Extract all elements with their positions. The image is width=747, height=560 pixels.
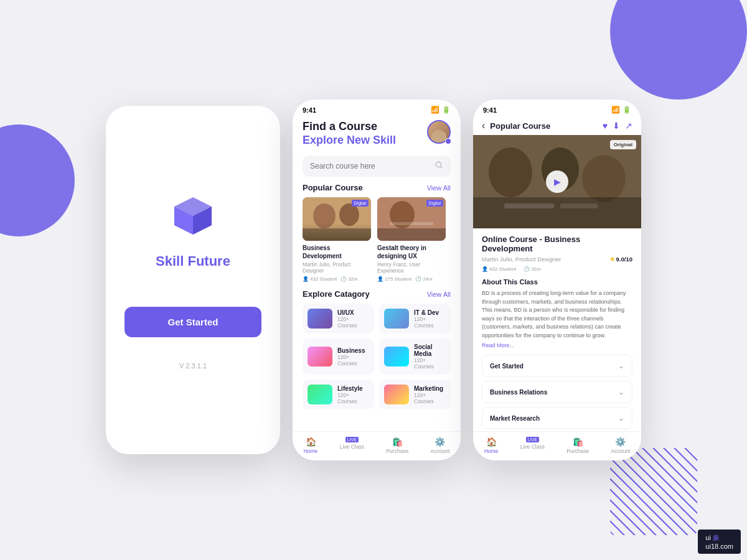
detail-nav-purchase[interactable]: 🛍️ Purchase (566, 437, 589, 454)
cat-count-social: 120+ Courses (414, 357, 446, 370)
home-scroll-area: Popular Course View All Digital (293, 183, 461, 460)
course-author-1: Martin Julio, Product Designer (303, 261, 371, 274)
wifi-icon-detail: 📶 (611, 106, 620, 114)
account-nav-icon: ⚙️ (435, 437, 445, 447)
star-icon: ★ (609, 256, 615, 263)
search-input[interactable] (310, 162, 430, 170)
cat-name-uiux: UI/UX (337, 309, 369, 316)
category-business[interactable]: Business 120+ Courses (303, 338, 374, 375)
svg-point-10 (339, 203, 359, 226)
status-icons-home: 📶 🔋 (431, 106, 451, 114)
chevron-icon-2: ⌄ (618, 388, 624, 396)
course-author-2: Henry Franz, User Experience (377, 261, 446, 274)
accordion-label-1: Get Started (490, 363, 524, 370)
course-card-1[interactable]: Digital Business Development Martin Juli… (303, 197, 371, 282)
read-more-link[interactable]: Read More... (482, 342, 632, 348)
accordion-business-relations[interactable]: Business Relations ⌄ (482, 381, 632, 403)
nav-home-label: Home (304, 448, 318, 454)
cat-icon-itdev (384, 309, 409, 329)
cat-count-business: 120+ Courses (337, 354, 369, 366)
svg-rect-1 (610, 448, 697, 535)
svg-rect-14 (390, 222, 433, 225)
view-all-categories[interactable]: View All (427, 291, 451, 298)
back-button[interactable]: ‹ (482, 120, 485, 131)
nav-live[interactable]: LIVE Live Class (340, 437, 364, 454)
avatar-wrapper (427, 120, 451, 144)
cat-name-business: Business (337, 347, 369, 354)
author-rating-row: Martin Julio, Product Designer ★ 9.0/10 (482, 256, 632, 263)
detail-nav-account[interactable]: ⚙️ Account (611, 437, 631, 454)
rating-value: 9.0/10 (616, 256, 632, 263)
svg-line-7 (441, 167, 443, 169)
app-logo (168, 191, 218, 241)
course-thumb-1: Digital (303, 197, 371, 241)
status-bar-home: 9:41 📶 🔋 (293, 100, 461, 116)
course-meta-2: 👤 275 Student 🕐 24m (377, 276, 446, 282)
greeting-prefix: Explore (303, 134, 347, 146)
bottom-nav-detail: 🏠 Home LIVE Live Class 🛍️ Purchase ⚙️ Ac… (473, 431, 641, 460)
account-nav-icon-detail: ⚙️ (615, 437, 626, 447)
detail-nav-live[interactable]: LIVE Live Class (520, 437, 545, 454)
favorite-icon[interactable]: ♥ (603, 121, 608, 131)
bg-shape-top-right (610, 0, 747, 100)
home-nav-icon-detail: 🏠 (486, 437, 497, 447)
badge-2: Digital (426, 200, 443, 207)
course-meta-1: 👤 432 Student 🕐 32m (303, 276, 371, 282)
avatar-dot (445, 138, 451, 144)
detail-nav-home[interactable]: 🏠 Home (484, 437, 499, 454)
svg-rect-11 (303, 228, 371, 241)
watermark: ui 象 ui18.com (698, 530, 741, 554)
cat-icon-social (384, 347, 409, 366)
bg-shape-bottom-right (610, 448, 697, 535)
nav-account-label: Account (431, 448, 450, 454)
cat-count-itdev: 120+ Courses (414, 316, 446, 329)
share-icon[interactable]: ↗ (625, 121, 632, 131)
category-lifestyle[interactable]: Lifestyle 120+ Courses (303, 380, 374, 409)
about-title: About This Class (482, 278, 632, 286)
category-itdev[interactable]: IT & Dev 120+ Courses (379, 304, 451, 334)
get-started-button[interactable]: Get Started (125, 307, 261, 337)
search-icon (435, 161, 443, 172)
student-icon-2: 👤 (377, 276, 383, 282)
accordion-get-started[interactable]: Get Started ⌄ (482, 355, 632, 377)
detail-header: ‹ Popular Course ♥ ⬇ ↗ (473, 116, 641, 135)
cat-count-lifestyle: 120+ Courses (337, 392, 369, 404)
category-section-header: Explore Catagory View All (293, 289, 461, 299)
category-uiux[interactable]: UI/UX 120+ Courses (303, 304, 374, 334)
student-icon-1: 👤 (303, 276, 309, 282)
version-label: V 2.3.1.1 (179, 362, 207, 370)
download-icon[interactable]: ⬇ (613, 121, 620, 131)
search-bar[interactable] (303, 156, 451, 177)
duration-meta-2: 🕐 24m (415, 276, 433, 282)
purchase-nav-icon-detail: 🛍️ (573, 437, 583, 447)
category-marketing[interactable]: Marketing 120+ Courses (379, 380, 451, 409)
course-title-detail: Online Course - Business Development (482, 235, 632, 253)
play-button[interactable]: ▶ (546, 170, 568, 193)
cat-icon-marketing (384, 385, 409, 404)
cat-name-social: Social Media (414, 343, 446, 357)
greeting-line1: Find a Course (303, 120, 396, 134)
phones-container: Skill Future Get Started V 2.3.1.1 9:41 … (106, 100, 641, 460)
status-time-home: 9:41 (303, 106, 316, 114)
cat-icon-lifestyle (308, 385, 332, 404)
course-author-detail: Martin Julio, Product Designer (482, 256, 561, 263)
nav-home[interactable]: 🏠 Home (304, 437, 318, 454)
course-card-2[interactable]: Digital Gestalt theory in designing UX H… (377, 197, 446, 282)
status-time-detail: 9:41 (483, 106, 497, 114)
detail-screen-title: Popular Course (490, 121, 597, 131)
students-stat: 👤 432 Student (482, 266, 516, 272)
student-icon-detail: 👤 (482, 266, 488, 272)
video-thumbnail[interactable]: ▶ Original (473, 135, 641, 228)
nav-account[interactable]: ⚙️ Account (431, 437, 450, 454)
course-cards: Digital Business Development Martin Juli… (293, 197, 461, 282)
view-all-popular[interactable]: View All (427, 184, 451, 192)
categories-grid: UI/UX 120+ Courses IT & Dev 120+ Courses… (293, 304, 461, 409)
bottom-nav-home: 🏠 Home LIVE Live Class 🛍️ Purchase ⚙️ Ac… (293, 431, 461, 460)
watermark-line1: ui 象 (705, 533, 733, 543)
nav-purchase[interactable]: 🛍️ Purchase (386, 437, 408, 454)
accordion-market-research[interactable]: Market Research ⌄ (482, 407, 632, 429)
course-stats: 👤 432 Student 🕐 32m (482, 266, 632, 272)
purchase-nav-icon: 🛍️ (392, 437, 403, 447)
category-social[interactable]: Social Media 120+ Courses (379, 338, 451, 375)
detail-nav-purchase-label: Purchase (566, 448, 589, 454)
